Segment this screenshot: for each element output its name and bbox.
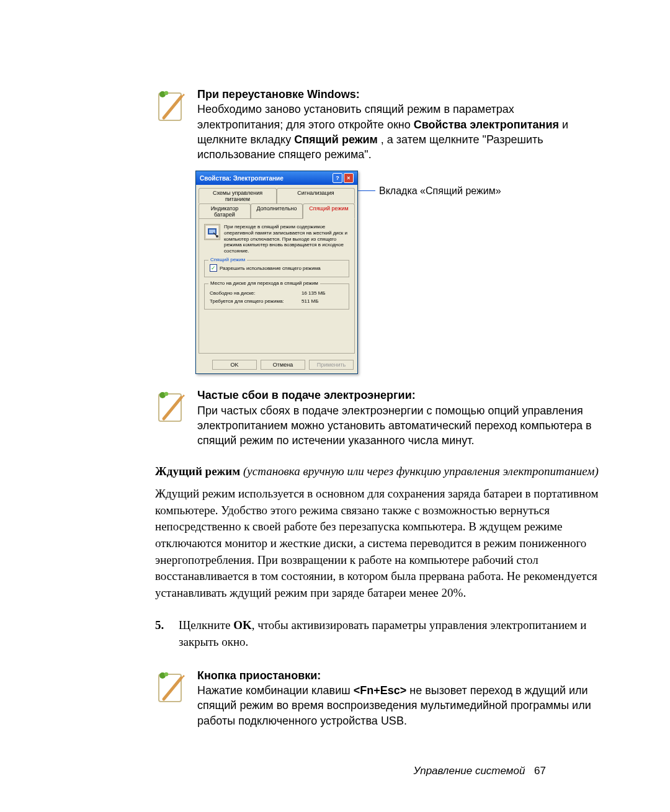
callout-label: Вкладка «Спящий режим» bbox=[379, 185, 501, 197]
svg-point-9 bbox=[164, 392, 168, 396]
group-disk: Место на диске для перехода в спящий реж… bbox=[204, 283, 349, 310]
step-bold: OK bbox=[233, 618, 252, 631]
document-page: При переустановке Windows: Необходимо за… bbox=[0, 0, 670, 812]
dialog-body: При переходе в спящий режим содержимое о… bbox=[199, 218, 355, 354]
note-pre: Нажатие комбинации клавиш bbox=[197, 684, 354, 697]
group-hibernate: Спящий режим ✓ Разрешить использование с… bbox=[204, 260, 349, 277]
apply-button[interactable]: Применить bbox=[309, 360, 354, 370]
dialog-row: Свойства: Электропитание ? × Схемы управ… bbox=[195, 171, 602, 374]
step-number: 5. bbox=[155, 617, 169, 650]
note-suspend-button: Кнопка приостановки: Нажатие комбинации … bbox=[155, 668, 602, 728]
note-body: При частых сбоях в подаче электроэнергии… bbox=[197, 404, 592, 447]
dialog-buttons: OK Отмена Применить bbox=[196, 356, 357, 373]
note-heading: Частые сбои в подаче электроэнергии: bbox=[197, 389, 416, 401]
disk-free-label: Свободно на диске: bbox=[210, 290, 297, 296]
svg-point-12 bbox=[164, 672, 168, 676]
note-bold1: Свойства электропитания bbox=[414, 118, 559, 131]
dialog-info-text: При переходе в спящий режим содержимое о… bbox=[224, 224, 349, 254]
svg-point-2 bbox=[164, 91, 168, 95]
note-icon bbox=[155, 89, 186, 123]
tab-hibernate[interactable]: Спящий режим bbox=[303, 203, 355, 219]
note-heading: Кнопка приостановки: bbox=[197, 669, 321, 682]
note-bold2: Спящий режим bbox=[294, 133, 378, 146]
page-footer: Управление системой 67 bbox=[414, 765, 546, 777]
svg-rect-5 bbox=[209, 230, 215, 233]
hibernate-req-value: 511 МБ bbox=[302, 298, 318, 304]
standby-body: Ждущий режим используется в основном для… bbox=[155, 486, 602, 601]
note-heading: При переустановке Windows: bbox=[197, 88, 360, 100]
note-text: Частые сбои в подаче электроэнергии: При… bbox=[197, 388, 602, 448]
standby-title: Ждущий режим bbox=[155, 465, 240, 478]
power-dialog: Свойства: Электропитание ? × Схемы управ… bbox=[195, 171, 358, 374]
note-text: Кнопка приостановки: Нажатие комбинации … bbox=[197, 668, 602, 728]
allow-hibernate-label: Разрешить использование спящего режима bbox=[220, 265, 321, 271]
group-hibernate-legend: Спящий режим bbox=[208, 257, 247, 262]
hibernate-req-label: Требуется для спящего режима: bbox=[210, 298, 297, 304]
dialog-titlebar: Свойства: Электропитание ? × bbox=[196, 171, 357, 185]
tab-schemes[interactable]: Схемы управления питанием bbox=[199, 188, 277, 203]
dialog-info: При переходе в спящий режим содержимое о… bbox=[204, 224, 349, 254]
note-text: При переустановке Windows: Необходимо за… bbox=[197, 87, 602, 162]
note-icon bbox=[155, 671, 186, 705]
help-button[interactable]: ? bbox=[333, 173, 342, 183]
callout-hibernate-tab: Вкладка «Спящий режим» bbox=[358, 185, 501, 197]
ok-button[interactable]: OK bbox=[212, 360, 257, 370]
hibernate-icon bbox=[204, 224, 220, 240]
dialog-title: Свойства: Электропитание bbox=[200, 175, 284, 182]
tab-alarms[interactable]: Сигнализация bbox=[277, 188, 355, 203]
note-reinstall-windows: При переустановке Windows: Необходимо за… bbox=[155, 87, 602, 162]
step-5: 5. Щелкните OK, чтобы активизировать пар… bbox=[155, 617, 602, 650]
note-bold: <Fn+Esc> bbox=[354, 684, 407, 697]
cancel-button[interactable]: Отмена bbox=[261, 360, 305, 370]
step-pre: Щелкните bbox=[179, 618, 233, 631]
checkbox-icon: ✓ bbox=[210, 264, 217, 272]
step-text: Щелкните OK, чтобы активизировать параме… bbox=[179, 617, 602, 650]
tab-advanced[interactable]: Дополнительно bbox=[251, 203, 303, 219]
dialog-tabs: Схемы управления питанием Сигнализация И… bbox=[196, 185, 357, 218]
footer-text: Управление системой bbox=[414, 765, 525, 777]
group-disk-legend: Место на диске для перехода в спящий реж… bbox=[208, 280, 320, 286]
note-icon bbox=[155, 390, 186, 424]
standby-section: Ждущий режим (установка вручную или чере… bbox=[155, 463, 602, 651]
callout-leader bbox=[358, 190, 375, 192]
standby-paren: (установка вручную или через функцию упр… bbox=[243, 465, 599, 478]
note-power-failures: Частые сбои в подаче электроэнергии: При… bbox=[155, 388, 602, 448]
page-number: 67 bbox=[534, 765, 546, 777]
close-button[interactable]: × bbox=[344, 173, 354, 183]
allow-hibernate-checkbox[interactable]: ✓ Разрешить использование спящего режима bbox=[210, 264, 344, 272]
svg-point-6 bbox=[216, 235, 218, 238]
disk-free-value: 16 135 МБ bbox=[302, 290, 326, 296]
tab-battery[interactable]: Индикатор батарей bbox=[199, 203, 251, 219]
